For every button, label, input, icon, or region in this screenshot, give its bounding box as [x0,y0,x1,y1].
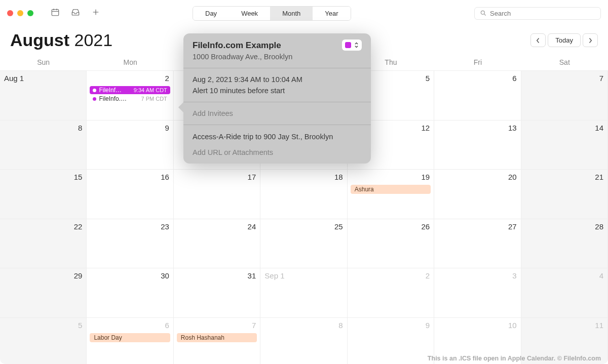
event-pill[interactable]: FileInfo.…7 PM CDT [90,95,170,103]
day-cell[interactable]: 9 [87,120,173,170]
day-cell[interactable]: 29 [0,268,87,318]
day-cell[interactable]: 8 [260,318,347,365]
day-number: 13 [437,123,517,135]
event-title-text: Ashura [355,186,374,193]
day-cell[interactable]: Sep 1 [260,268,347,318]
view-tab-month[interactable]: Month [270,7,313,20]
search-field[interactable] [474,7,601,20]
search-icon [480,10,487,17]
day-cell[interactable]: 2 [348,268,434,318]
day-number: 8 [3,123,83,135]
window-controls [7,10,33,16]
chevron-updown-icon [354,42,359,49]
day-number: 16 [90,172,170,184]
day-number: 6 [437,73,517,86]
minimize-window-button[interactable] [17,10,23,16]
event-popover: FileInfo.com Example 1000 Broadway Ave.,… [183,33,371,164]
day-cell[interactable]: 31 [174,268,260,318]
day-number: Sep 1 [263,270,344,283]
event-title[interactable]: FileInfo.com Example [193,41,362,51]
event-pill[interactable]: Ashura [351,185,431,194]
view-tab-year[interactable]: Year [313,7,350,20]
day-cell[interactable]: 15 [0,170,87,219]
day-number: 21 [524,172,604,184]
day-number: 5 [3,320,83,333]
view-segmented-control: DayWeekMonthYear [193,6,351,21]
day-cell[interactable]: 28 [521,219,608,269]
event-bullet-icon [93,97,96,101]
event-title-text: FileInfo.… [99,95,127,102]
day-number: 28 [524,221,604,234]
day-cell[interactable]: 7Rosh Hashanah [174,318,260,365]
day-number: 24 [177,221,257,234]
month-title: August 2021 [10,30,112,50]
day-cell[interactable]: 27 [434,219,521,269]
day-cell[interactable]: 4 [521,268,608,318]
event-pill[interactable]: Labor Day [90,333,170,342]
weekday-label: Sat [521,58,608,70]
day-cell[interactable]: 13 [434,120,521,170]
prev-month-button[interactable] [530,33,546,47]
day-number: 31 [177,270,257,283]
calendar-picker[interactable] [342,39,362,51]
day-cell[interactable]: 19Ashura [348,170,434,219]
day-number: 4 [524,270,604,283]
day-cell[interactable]: 7 [521,71,608,120]
day-cell[interactable]: 20 [434,170,521,219]
today-button[interactable]: Today [548,33,581,47]
day-cell[interactable]: 26 [348,219,434,269]
event-location[interactable]: 1000 Broadway Ave., Brooklyn [193,53,362,61]
day-cell[interactable]: 30 [87,268,173,318]
day-cell[interactable]: 8 [0,120,87,170]
weekday-label: Mon [87,58,173,70]
day-number: 22 [3,221,83,234]
day-cell[interactable]: 24 [174,219,260,269]
month-navigation: Today [530,33,598,47]
day-cell[interactable]: 9 [348,318,434,365]
search-input[interactable] [490,10,595,17]
day-cell[interactable]: 5 [0,318,87,365]
event-alert[interactable]: Alert 10 minutes before start [193,87,362,95]
event-bullet-icon [93,89,96,92]
day-cell[interactable]: 17 [174,170,260,219]
day-cell[interactable]: 21 [521,170,608,219]
day-number: 9 [90,123,170,135]
footer-caption: This is an .ICS file open in Apple Calen… [428,355,601,362]
day-cell[interactable]: 6Labor Day [87,318,173,365]
day-cell[interactable]: 14 [521,120,608,170]
event-title-text: Labor Day [94,334,122,341]
day-cell[interactable]: 23 [87,219,173,269]
event-pill[interactable]: Rosh Hashanah [177,333,257,342]
day-cell[interactable]: 16 [87,170,173,219]
day-number: 2 [351,270,431,283]
day-cell[interactable]: 3 [434,268,521,318]
view-tab-week[interactable]: Week [229,7,270,20]
inbox-icon[interactable] [71,8,80,19]
event-time-text: 9:34 AM CDT [131,87,167,93]
toolbar: DayWeekMonthYear [0,0,608,26]
maximize-window-button[interactable] [27,10,33,16]
day-number: 27 [437,221,517,234]
day-cell[interactable]: 25 [260,219,347,269]
next-month-button[interactable] [583,33,598,47]
weekday-label: Sun [0,58,87,70]
close-window-button[interactable] [7,10,13,16]
day-number: 30 [90,270,170,283]
event-notes[interactable]: Access-A-Ride trip to 900 Jay St., Brook… [193,132,362,142]
day-cell[interactable]: 2FileInf…9:34 AM CDTFileInfo.…7 PM CDT [87,71,173,120]
view-tab-day[interactable]: Day [193,7,229,20]
event-time-text: 7 PM CDT [138,96,167,102]
add-invitees-row[interactable]: Add Invitees [183,102,371,125]
add-event-icon[interactable] [91,8,100,19]
event-pill[interactable]: FileInf…9:34 AM CDT [90,86,170,94]
day-cell[interactable]: Aug 1 [0,71,87,120]
day-cell[interactable]: 18 [260,170,347,219]
svg-point-1 [481,11,484,14]
event-datetime[interactable]: Aug 2, 2021 9:34 AM to 10:04 AM [193,75,362,84]
day-cell[interactable]: 22 [0,219,87,269]
day-cell[interactable]: 6 [434,71,521,120]
add-url-attachments-row[interactable]: Add URL or Attachments [193,148,362,156]
day-number: 15 [3,172,83,184]
calendars-icon[interactable] [51,8,60,19]
day-number: 3 [437,270,517,283]
